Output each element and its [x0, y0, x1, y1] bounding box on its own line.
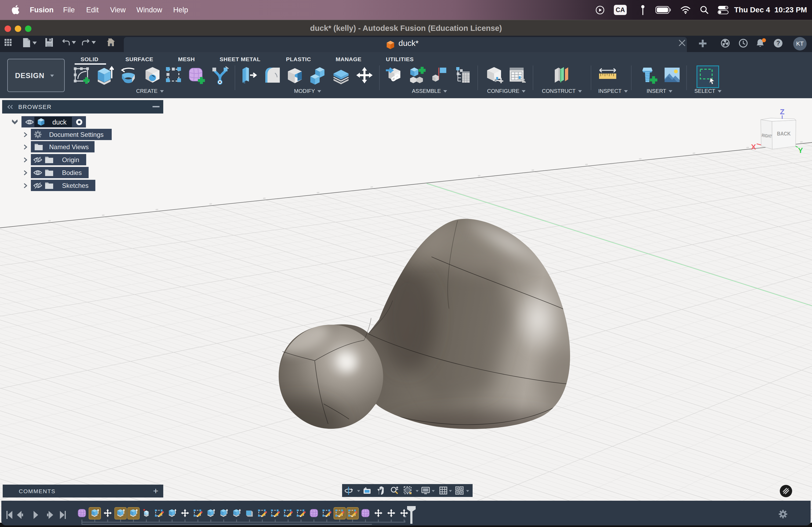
- svg-text:X: X: [751, 143, 756, 151]
- svg-text:?: ?: [776, 40, 780, 47]
- svg-text:Z: Z: [780, 108, 784, 116]
- svg-text:BACK: BACK: [777, 131, 791, 137]
- svg-text:Y: Y: [798, 146, 803, 154]
